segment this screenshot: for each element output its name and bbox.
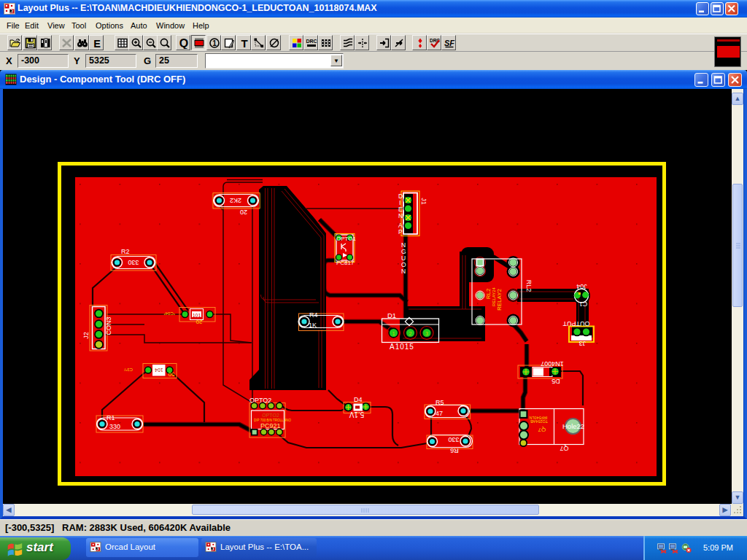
svg-text:D1: D1 — [387, 311, 396, 319]
svg-text:330: 330 — [448, 436, 459, 443]
svg-text:N: N — [401, 268, 406, 275]
svg-text:R5: R5 — [436, 399, 444, 406]
svg-text:RL2: RL2 — [525, 280, 533, 292]
svg-text:5.1V: 5.1V — [349, 411, 364, 419]
svg-text:T: T — [241, 37, 247, 49]
svg-text:20: 20 — [196, 319, 202, 325]
svg-text:*C04*: *C04* — [163, 311, 175, 316]
svg-text:1N4007: 1N4007 — [541, 360, 564, 368]
svg-text:A1015: A1015 — [390, 343, 414, 351]
svg-text:R4: R4 — [309, 311, 318, 319]
svg-text:D4: D4 — [354, 396, 363, 403]
svg-text:R6: R6 — [450, 447, 459, 454]
svg-text:RELAY2: RELAY2 — [496, 288, 503, 311]
svg-text:P: P — [398, 228, 403, 236]
svg-text:Q7: Q7 — [538, 427, 546, 433]
svg-text:104: 104 — [155, 368, 163, 373]
svg-text:OPTO1: OPTO1 — [336, 236, 357, 242]
svg-text:2: 2 — [409, 331, 412, 336]
svg-text:N: N — [398, 212, 403, 219]
svg-text:J3: J3 — [579, 340, 587, 347]
svg-text:Hole22: Hole22 — [562, 422, 584, 430]
svg-text:OPTO2: OPTO2 — [262, 413, 279, 418]
svg-text:R1: R1 — [107, 414, 115, 421]
svg-text:SF: SF — [444, 39, 454, 47]
svg-text:330: 330 — [128, 259, 139, 266]
svg-text:101: 101 — [193, 313, 201, 318]
svg-text:1: 1 — [392, 331, 395, 336]
svg-text:Q7: Q7 — [560, 445, 568, 452]
svg-text:3: 3 — [425, 331, 428, 336]
svg-text:DRC: DRC — [306, 39, 317, 44]
svg-text:RL2: RL2 — [485, 288, 492, 299]
svg-text:1K: 1K — [309, 322, 317, 329]
svg-text:D5: D5 — [551, 378, 560, 385]
svg-text:J2: J2 — [82, 332, 90, 339]
svg-text:47: 47 — [436, 410, 443, 417]
svg-text:TO254AB: TO254AB — [530, 419, 548, 424]
svg-text:Q: Q — [179, 37, 188, 49]
svg-text:PC921: PC921 — [260, 422, 281, 429]
svg-text:J1: J1 — [420, 198, 427, 205]
svg-text:C3*/: C3*/ — [124, 368, 133, 372]
svg-text:OUTPUT: OUTPUT — [562, 320, 590, 327]
svg-text:1: 1 — [212, 39, 217, 47]
svg-text:C1: C1 — [579, 300, 588, 308]
svg-text:J04: J04 — [576, 283, 587, 290]
svg-text:R2: R2 — [121, 248, 130, 255]
svg-text:PC817: PC817 — [336, 260, 355, 266]
svg-text:20: 20 — [240, 209, 247, 216]
svg-text:50: 50 — [168, 371, 174, 378]
svg-text:E: E — [93, 38, 101, 50]
svg-text:CON3: CON3 — [105, 316, 112, 335]
svg-text:330: 330 — [109, 423, 120, 430]
svg-text:2K2: 2K2 — [230, 197, 241, 204]
